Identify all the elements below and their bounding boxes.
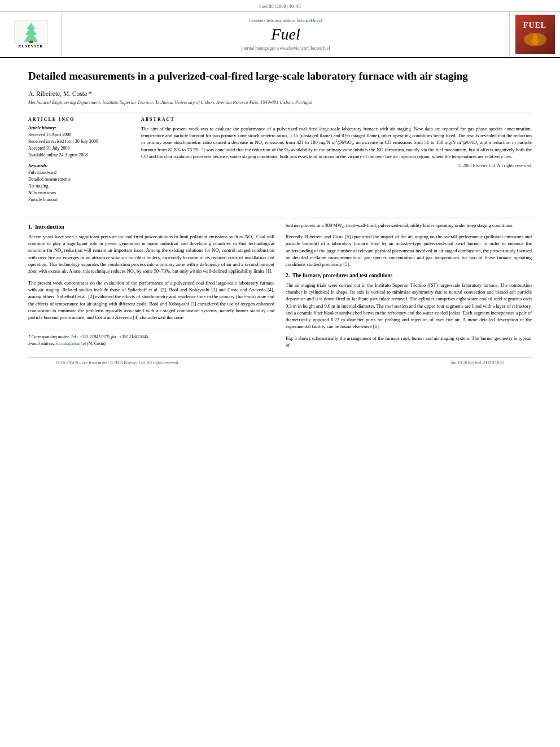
main-col-right: bustion process in a 300 MWe, front-wall… [286, 222, 532, 353]
article-history-group: Article history: Received 13 April 2008 … [28, 125, 130, 159]
main-col-left: 1. Introduction Recent years have seen a… [28, 222, 274, 353]
fuel-icon-box: FUEL [515, 15, 555, 54]
intro-right-para-2: Recently, Ribeirete and Costa [5] quanti… [286, 233, 532, 268]
svg-rect-2 [29, 41, 33, 43]
divider-2 [28, 217, 532, 217]
journal-header: ELSEVIER Contents lists available at Sci… [0, 12, 560, 58]
history-online: Available online 24 August 2008 [28, 152, 130, 159]
kw-3: Air staging [28, 183, 130, 190]
sciencedirect-name: ScienceDirect [297, 18, 322, 23]
citation-text: Fuel 88 (2009) 40–45 [259, 3, 301, 9]
elsevier-brand: ELSEVIER [19, 44, 43, 49]
furnace-para-1: The air staging trials were carried out … [286, 282, 532, 330]
main-content: 1. Introduction Recent years have seen a… [28, 222, 532, 353]
fuel-flame-icon [521, 31, 549, 48]
keywords-group: Keywords: Pulverized-coal Detailed measu… [28, 163, 130, 203]
footnote-star-text: * Corresponding author. Tel.: +351 21841… [28, 334, 149, 339]
footnote-email: E-mail address: mcosta@ist.utl.pt (M. Co… [28, 340, 274, 347]
authors-line: A. Ribeirete, M. Costa * [28, 90, 532, 97]
doi-text: doi:10.1016/j.fuel.2008.07.033 [451, 360, 504, 365]
top-citation-bar: Fuel 88 (2009) 40–45 [0, 0, 560, 12]
furnace-para-2: Fig. 1 shows schematically the arrangeme… [286, 335, 532, 349]
abstract-col: ABSTRACT The aim of the present work was… [141, 117, 532, 208]
contents-text: Contents lists available at [250, 18, 296, 23]
homepage-text: journal homepage: www.elsevier.com/locat… [242, 46, 330, 51]
bottom-bar: 0016-2361/$ – see front matter © 2008 El… [28, 357, 532, 368]
article-info-label: ARTICLE INFO [28, 117, 130, 122]
footnote-star: * Corresponding author. Tel.: +351 21841… [28, 334, 274, 340]
abstract-text: The aim of the present work was to evalu… [141, 125, 532, 160]
footnote-email-addr: mcosta@ist.utl.pt [56, 341, 86, 346]
article-info-abstract: ARTICLE INFO Article history: Received 1… [28, 117, 532, 208]
history-accepted: Accepted 31 July 2008 [28, 145, 130, 152]
page: Fuel 88 (2009) 40–45 ELSEVIER Contents l… [0, 0, 560, 747]
furnace-num: 2. [286, 273, 290, 278]
intro-num: 1. [28, 224, 32, 230]
history-title: Article history: [28, 125, 130, 130]
fuel-icon-area: FUEL [509, 12, 560, 57]
affiliation: Mechanical Engineering Department, Insti… [28, 99, 532, 105]
furnace-title: The furnace, procedures and test conditi… [292, 273, 393, 278]
elsevier-logo-area: ELSEVIER [0, 12, 62, 57]
fuel-icon-label: FUEL [523, 21, 546, 30]
article-title: Detailed measurements in a pulverized-co… [28, 69, 532, 84]
kw-5: Particle burnout [28, 196, 130, 203]
intro-right-para-1: bustion process in a 300 MWe, front-wall… [286, 222, 532, 229]
footnote-name: (M. Costa). [87, 341, 106, 346]
intro-para-1: Recent years have seen a significant pre… [28, 233, 274, 275]
intro-para-2: The present work concentrates on the eva… [28, 279, 274, 321]
history-revised: Received in revised form 30 July 2008 [28, 138, 130, 145]
divider-1 [28, 112, 532, 112]
furnace-heading: 2. The furnace, procedures and test cond… [286, 273, 532, 278]
journal-homepage: journal homepage: www.elsevier.com/locat… [242, 46, 330, 51]
intro-title: Introduction [35, 224, 64, 230]
abstract-label: ABSTRACT [141, 117, 532, 122]
kw-4: NOx emissions [28, 190, 130, 196]
journal-header-center: Contents lists available at ScienceDirec… [62, 12, 509, 57]
intro-heading: 1. Introduction [28, 224, 274, 230]
kw-1: Pulverized-coal [28, 169, 130, 176]
article-info-col: ARTICLE INFO Article history: Received 1… [28, 117, 130, 208]
journal-title: Fuel [271, 25, 300, 43]
copyright-line: © 2008 Elsevier Ltd. All rights reserved… [141, 163, 532, 168]
sciencedirect-link: Contents lists available at ScienceDirec… [250, 18, 322, 23]
footnote-email-label: E-mail address: [28, 341, 55, 346]
authors-text: A. Ribeirete, M. Costa * [28, 90, 92, 97]
article-body: Detailed measurements in a pulverized-co… [0, 58, 560, 379]
keywords-title: Keywords: [28, 163, 130, 168]
issn-text: 0016-2361/$ – see front matter © 2008 El… [56, 360, 179, 365]
elsevier-svg-logo [14, 20, 48, 44]
history-received: Received 13 April 2008 [28, 132, 130, 138]
elsevier-logo: ELSEVIER [14, 20, 48, 49]
footnote-area: * Corresponding author. Tel.: +351 21841… [28, 330, 274, 347]
kw-2: Detailed measurements [28, 176, 130, 183]
